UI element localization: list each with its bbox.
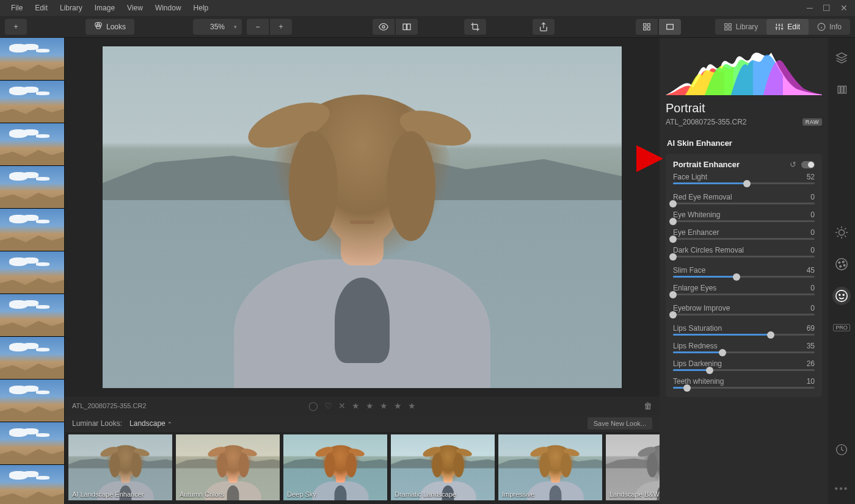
- creative-icon[interactable]: [832, 255, 851, 273]
- portrait-icon[interactable]: [832, 287, 851, 305]
- looks-icon: [94, 21, 103, 32]
- look-label: Autumn Colors: [180, 491, 276, 498]
- zoom-in-button[interactable]: ＋: [270, 19, 292, 35]
- looks-category[interactable]: Landscape ⌃: [129, 419, 172, 428]
- look-preset[interactable]: Dramatic Landscape: [391, 434, 495, 500]
- minimize-icon[interactable]: ─: [804, 3, 815, 13]
- tab-info[interactable]: Info: [809, 19, 850, 35]
- reset-icon[interactable]: ↺: [790, 160, 796, 169]
- grid-view-button[interactable]: [636, 19, 658, 35]
- menu-bar: File Edit Library Image View Window Help…: [0, 0, 855, 16]
- menu-view[interactable]: View: [121, 4, 149, 12]
- annotation-arrow: [636, 145, 663, 172]
- filmstrip-thumb[interactable]: [0, 123, 64, 166]
- section-toggle[interactable]: [801, 161, 815, 168]
- slider-value: 0: [810, 304, 815, 312]
- slider-label: Lips Darkening: [673, 359, 722, 368]
- slider-eye-enhancer[interactable]: Eye Enhancer0: [673, 228, 815, 240]
- crop-button[interactable]: [464, 19, 486, 35]
- svg-rect-10: [647, 27, 650, 30]
- add-button[interactable]: ＋: [5, 19, 27, 35]
- menu-help[interactable]: Help: [187, 4, 215, 12]
- layers-icon[interactable]: [832, 49, 851, 67]
- menu-library[interactable]: Library: [54, 4, 89, 12]
- filmstrip-thumb[interactable]: [0, 422, 64, 465]
- filmstrip-thumb[interactable]: [0, 166, 64, 209]
- svg-point-43: [842, 261, 844, 263]
- slider-eye-whitening[interactable]: Eye Whitening0: [673, 211, 815, 222]
- trash-icon[interactable]: 🗑: [644, 401, 652, 411]
- slider-enlarge-eyes[interactable]: Enlarge Eyes0: [673, 284, 815, 295]
- reject-icon[interactable]: ✕: [338, 401, 346, 411]
- essentials-icon[interactable]: [832, 223, 851, 242]
- slider-value: 0: [810, 246, 815, 254]
- look-preset[interactable]: Autumn Colors: [176, 434, 280, 500]
- menu-window[interactable]: Window: [149, 4, 187, 12]
- filmstrip-thumb[interactable]: [0, 251, 64, 294]
- ai-skin-enhancer-section[interactable]: AI Skin Enhancer: [666, 132, 822, 154]
- filmstrip-thumb[interactable]: [0, 38, 64, 81]
- star-1[interactable]: ★: [352, 401, 360, 411]
- filmstrip-thumb[interactable]: [0, 81, 64, 123]
- svg-point-32: [839, 229, 844, 235]
- looks-strip[interactable]: AI Landscape EnhancerAutumn ColorsDeep S…: [65, 432, 660, 504]
- svg-point-45: [840, 265, 842, 267]
- filmstrip-thumb[interactable]: [0, 465, 64, 504]
- compare-button[interactable]: [396, 19, 418, 35]
- slider-lips-darkening[interactable]: Lips Darkening26: [673, 359, 815, 371]
- zoom-out-button[interactable]: −: [247, 19, 269, 35]
- portrait-enhancer-title[interactable]: Portrait Enhancer: [673, 160, 785, 169]
- single-view-button[interactable]: [659, 19, 681, 35]
- look-label: Impressive: [502, 491, 598, 498]
- tab-edit[interactable]: Edit: [766, 19, 809, 35]
- menu-edit[interactable]: Edit: [29, 4, 54, 12]
- look-preset[interactable]: Landscape B&W: [606, 434, 660, 500]
- share-button[interactable]: [533, 19, 555, 35]
- filmstrip[interactable]: [0, 38, 65, 504]
- star-5[interactable]: ★: [408, 401, 416, 411]
- preview-button[interactable]: [373, 19, 395, 35]
- filmstrip-thumb[interactable]: [0, 337, 64, 380]
- slider-label: Eye Whitening: [673, 211, 720, 219]
- canvas-area[interactable]: [65, 38, 660, 397]
- looks-button[interactable]: Looks: [86, 19, 134, 35]
- menu-image[interactable]: Image: [89, 4, 121, 12]
- save-look-button[interactable]: Save New Look...: [588, 417, 652, 430]
- slider-label: Slim Face: [673, 266, 705, 275]
- more-icon[interactable]: •••: [832, 480, 851, 498]
- looks-bar: Luminar Looks: Landscape ⌃ Save New Look…: [65, 415, 660, 432]
- zoom-select[interactable]: 35%: [193, 19, 242, 35]
- slider-eyebrow-improve[interactable]: Eyebrow Improve0: [673, 304, 815, 315]
- slider-lips-redness[interactable]: Lips Redness35: [673, 342, 815, 353]
- star-4[interactable]: ★: [394, 401, 402, 411]
- look-label: Deep Sky: [287, 491, 384, 498]
- slider-red-eye-removal[interactable]: Red Eye Removal0: [673, 193, 815, 204]
- slider-lips-saturation[interactable]: Lips Saturation69: [673, 324, 815, 336]
- close-icon[interactable]: ✕: [838, 3, 850, 13]
- tab-library[interactable]: Library: [715, 19, 767, 35]
- svg-line-39: [837, 236, 839, 237]
- star-3[interactable]: ★: [380, 401, 388, 411]
- slider-teeth-whitening[interactable]: Teeth whitening10: [673, 377, 815, 389]
- svg-point-46: [836, 290, 847, 301]
- filmstrip-thumb[interactable]: [0, 209, 64, 251]
- star-2[interactable]: ★: [366, 401, 374, 411]
- top-toolbar: ＋ Looks 35% − ＋ Library Edit In: [0, 16, 855, 38]
- filmstrip-thumb[interactable]: [0, 380, 64, 422]
- histogram[interactable]: [666, 43, 822, 95]
- slider-value: 26: [807, 359, 815, 368]
- slider-face-light[interactable]: Face Light52: [673, 173, 815, 184]
- slider-slim-face[interactable]: Slim Face45: [673, 266, 815, 278]
- pro-icon[interactable]: PRO: [832, 319, 851, 337]
- filmstrip-thumb[interactable]: [0, 294, 64, 337]
- menu-file[interactable]: File: [5, 4, 29, 12]
- look-preset[interactable]: Impressive: [498, 434, 602, 500]
- history-icon[interactable]: [832, 441, 851, 459]
- look-preset[interactable]: AI Landscape Enhancer: [68, 434, 172, 500]
- maximize-icon[interactable]: ☐: [820, 3, 833, 13]
- canvas-icon[interactable]: [832, 81, 851, 99]
- favorite-icon[interactable]: ♡: [324, 401, 332, 411]
- look-preset[interactable]: Deep Sky: [283, 434, 387, 500]
- color-tag-icon[interactable]: ◯: [308, 401, 318, 411]
- slider-dark-circles-removal[interactable]: Dark Circles Removal0: [673, 246, 815, 257]
